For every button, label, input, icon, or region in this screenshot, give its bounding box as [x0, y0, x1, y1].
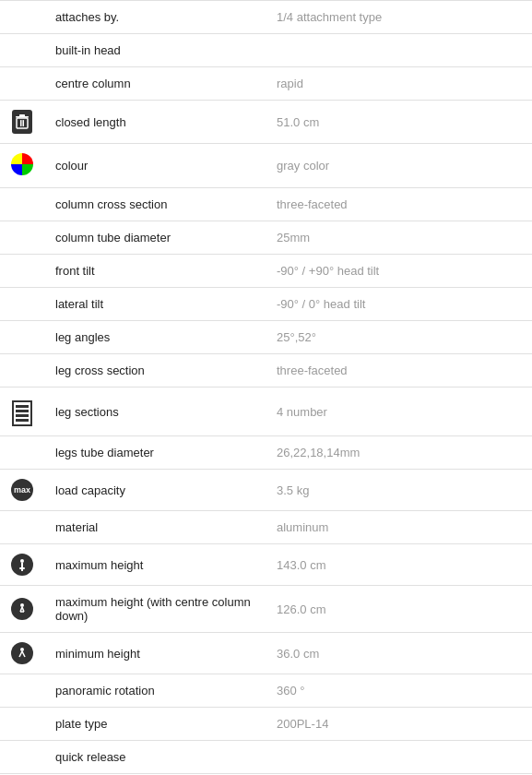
spec-row-column-cross-section: column cross sectionthree-faceted — [0, 188, 532, 221]
label-colour: colour — [44, 144, 266, 188]
svg-rect-7 — [19, 567, 25, 569]
spec-row-lateral-tilt: lateral tilt-90° / 0° head tilt — [0, 288, 532, 321]
spec-row-material: materialaluminum — [0, 511, 532, 544]
svg-rect-8 — [21, 569, 23, 571]
icon-cell-leg-angles — [0, 321, 44, 354]
icon-cell-front-tilt — [0, 255, 44, 288]
icon-cell-plate-type — [0, 708, 44, 741]
value-leg-angles: 25°,52° — [266, 321, 532, 354]
value-plate-type: 200PL-14 — [266, 708, 532, 741]
specs-table: attaches by.1/4 attachment typebuilt-in … — [0, 0, 532, 775]
value-legs-tube-diameter: 26,22,18,14mm — [266, 436, 532, 470]
label-material: material — [44, 511, 266, 544]
icon-cell-legs-tube-diameter — [0, 436, 44, 470]
label-load-capacity: load capacity — [44, 470, 266, 511]
label-leg-cross-section: leg cross section — [44, 354, 266, 388]
value-column-cross-section: three-faceted — [266, 188, 532, 221]
value-column-tube-diameter: 25mm — [266, 221, 532, 255]
label-column-cross-section: column cross section — [44, 188, 266, 221]
min-height-icon — [11, 642, 33, 664]
spec-row-front-tilt: front tilt-90° / +90° head tilt — [0, 255, 532, 288]
label-closed-length: closed length — [44, 101, 266, 144]
icon-cell-column-cross-section — [0, 188, 44, 221]
label-built-in-head: built-in head — [44, 34, 266, 67]
svg-rect-2 — [23, 120, 25, 126]
label-attaches-by: attaches by. — [44, 1, 266, 34]
spec-row-attaches-by: attaches by.1/4 attachment type — [0, 1, 532, 34]
spec-row-column-tube-diameter: column tube diameter25mm — [0, 221, 532, 255]
icon-cell-attaches-by — [0, 1, 44, 34]
svg-rect-0 — [17, 118, 28, 128]
value-built-in-head — [266, 34, 532, 67]
icon-cell-column-tube-diameter — [0, 221, 44, 255]
value-closed-length: 51.0 cm — [266, 101, 532, 144]
svg-rect-1 — [20, 120, 22, 126]
icon-cell-leg-sections — [0, 388, 44, 436]
value-material: aluminum — [266, 511, 532, 544]
value-lateral-tilt: -90° / 0° head tilt — [266, 288, 532, 321]
value-leg-cross-section: three-faceted — [266, 354, 532, 388]
label-panoramic-rotation: panoramic rotation — [44, 674, 266, 708]
spec-row-load-capacity: max load capacity3.5 kg — [0, 470, 532, 511]
value-centre-column: rapid — [266, 67, 532, 101]
value-leg-sections: 4 number — [266, 388, 532, 436]
label-quick-release: quick release — [44, 741, 266, 774]
value-maximum-height: 143.0 cm — [266, 544, 532, 586]
svg-rect-6 — [21, 563, 23, 567]
spec-row-legs-tube-diameter: legs tube diameter26,22,18,14mm — [0, 436, 532, 470]
color-wheel-icon — [11, 153, 33, 175]
spec-row-minimum-height: minimum height36.0 cm — [0, 633, 532, 674]
value-load-capacity: 3.5 kg — [266, 470, 532, 511]
icon-cell-maximum-height — [0, 544, 44, 586]
trash-icon — [12, 110, 32, 134]
svg-line-14 — [19, 651, 22, 657]
value-minimum-height: 36.0 cm — [266, 633, 532, 674]
icon-cell-minimum-height — [0, 633, 44, 674]
value-colour: gray color — [266, 144, 532, 188]
label-minimum-height: minimum height — [44, 633, 266, 674]
label-centre-column: centre column — [44, 67, 266, 101]
spec-row-panoramic-rotation: panoramic rotation360 ° — [0, 674, 532, 708]
value-panoramic-rotation: 360 ° — [266, 674, 532, 708]
label-maximum-height: maximum height — [44, 544, 266, 586]
icon-cell-load-capacity: max — [0, 470, 44, 511]
icon-cell-quick-release — [0, 741, 44, 774]
spec-row-leg-cross-section: leg cross sectionthree-faceted — [0, 354, 532, 388]
spec-row-centre-column: centre columnrapid — [0, 67, 532, 101]
svg-rect-4 — [19, 114, 25, 117]
label-front-tilt: front tilt — [44, 255, 266, 288]
icon-cell-panoramic-rotation — [0, 674, 44, 708]
spec-row-quick-release: quick release — [0, 741, 532, 774]
svg-point-9 — [20, 603, 24, 607]
spec-row-plate-type: plate type200PL-14 — [0, 708, 532, 741]
label-leg-angles: leg angles — [44, 321, 266, 354]
spec-row-colour: colourgray color — [0, 144, 532, 188]
value-attaches-by: 1/4 attachment type — [266, 1, 532, 34]
spec-row-built-in-head: built-in head — [0, 34, 532, 67]
label-maximum-height-down: maximum height (with centre column down) — [44, 586, 266, 633]
spec-row-closed-length: closed length51.0 cm — [0, 101, 532, 144]
icon-cell-maximum-height-down — [0, 586, 44, 633]
label-lateral-tilt: lateral tilt — [44, 288, 266, 321]
icon-cell-built-in-head — [0, 34, 44, 67]
value-maximum-height-down: 126.0 cm — [266, 586, 532, 633]
svg-point-5 — [20, 559, 24, 563]
svg-line-15 — [22, 651, 25, 657]
icon-cell-leg-cross-section — [0, 354, 44, 388]
spec-row-maximum-height-down: maximum height (with centre column down)… — [0, 586, 532, 633]
label-legs-tube-diameter: legs tube diameter — [44, 436, 266, 470]
label-column-tube-diameter: column tube diameter — [44, 221, 266, 255]
spec-row-maximum-height: maximum height143.0 cm — [0, 544, 532, 586]
icon-cell-lateral-tilt — [0, 288, 44, 321]
spec-row-leg-angles: leg angles25°,52° — [0, 321, 532, 354]
leg-sections-icon — [12, 400, 32, 426]
svg-point-13 — [20, 648, 24, 651]
value-quick-release — [266, 741, 532, 774]
icon-cell-colour — [0, 144, 44, 188]
max-height-down-icon — [11, 598, 33, 620]
label-plate-type: plate type — [44, 708, 266, 741]
icon-cell-closed-length — [0, 101, 44, 144]
label-leg-sections: leg sections — [44, 388, 266, 436]
max-height-icon — [11, 554, 33, 576]
icon-cell-material — [0, 511, 44, 544]
